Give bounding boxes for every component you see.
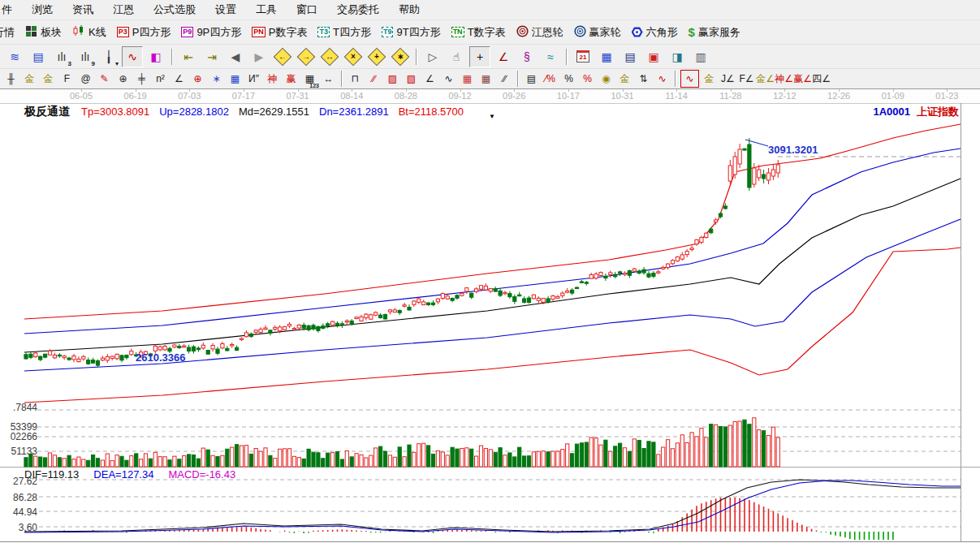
blue-grid-icon[interactable]: ▦ [227,71,244,87]
wave-tool-icon[interactable]: ≈ [540,46,561,67]
quickbar-gann-wheel[interactable]: 江恩轮 [516,25,563,40]
red-brush-icon[interactable]: ✎ [96,71,113,87]
chart-area[interactable]: 极反通道 Tp=3003.8091Up=2828.1802Md=2629.155… [0,103,980,543]
pan-both-icon[interactable]: ↔ [319,46,340,67]
quickbar-market-quotes[interactable]: 行情 [0,25,15,40]
blue-star-icon[interactable]: ∗ [208,71,225,87]
next-page-icon[interactable]: ▶ [248,46,270,67]
zoom-cross-icon[interactable]: + [366,46,387,67]
si-angle-icon[interactable]: 四∠ [813,71,830,87]
menu-item-帮助[interactable]: 帮助 [399,2,420,17]
calendar-icon[interactable]: 21 [572,46,594,67]
intraday-icon[interactable]: ∿ [122,46,143,67]
fibo-f-icon[interactable]: F [58,71,76,87]
quickbar-winner-service[interactable]: $赢家服务 [689,25,740,40]
pan-hand-icon[interactable]: ☝ [446,46,467,67]
gold-lines-icon[interactable]: 金 [21,71,38,87]
gold-top-icon[interactable]: 金 [616,71,633,87]
notes-icon[interactable]: ▤ [620,46,641,67]
period-9-icon[interactable]: ılı9 [75,46,96,67]
export-chart-icon[interactable]: ◨ [667,46,688,67]
crosshair-icon[interactable]: + [469,46,490,67]
menu-item-江恩[interactable]: 江恩 [113,2,134,17]
n-square-icon[interactable]: n² [152,71,169,87]
indicator-header: 极反通道 Tp=3003.8091Up=2828.1802Md=2629.155… [24,105,464,119]
ying-icon[interactable]: 赢 [283,71,300,87]
quickbar-9p-square[interactable]: P99P四方形 [181,25,241,40]
slants-icon[interactable]: ∕∕ [496,71,513,87]
updown-pen-icon[interactable]: ⇅ [635,71,652,87]
menu-item-资讯[interactable]: 资讯 [72,2,93,17]
red-grid-icon[interactable]: ▦ [459,71,476,87]
spiral-icon[interactable]: @ [77,71,94,87]
pct-icon[interactable]: % [560,71,577,87]
period-3-icon[interactable]: ılı3 [51,46,72,67]
gold-channel-icon[interactable]: 金 [40,71,57,87]
toolbar-separator [416,49,417,65]
gold-underline-icon[interactable]: 金 [701,71,718,87]
pan-left-icon[interactable]: ← [272,46,293,67]
quickbar-p-number-table[interactable]: PNP数字表 [252,25,307,40]
quote-list-icon[interactable]: ▤ [28,46,49,67]
menu-item-交易委托[interactable]: 交易委托 [337,2,379,17]
menu-item-公式选股[interactable]: 公式选股 [153,2,196,17]
prev-page-icon[interactable]: ◀ [225,46,246,67]
gate-icon[interactable]: ⊓ [347,71,364,87]
market-view-icon[interactable]: ≋ [4,46,25,67]
shen-angle-icon[interactable]: 神∠ [775,71,792,87]
box-fan2-icon[interactable]: ▧ [403,71,420,87]
quickbar-winner-wheel[interactable]: 赢家轮 [574,25,621,40]
grid-123-icon[interactable]: ▦123 [301,71,318,87]
menu-item-设置[interactable]: 设置 [215,2,236,17]
menu-item-件[interactable]: 件 [2,2,12,17]
shen-icon[interactable]: 神 [264,71,281,87]
scale-list-icon[interactable]: ▤ [523,71,540,87]
quickbar-t-square[interactable]: T3T四方形 [317,25,370,40]
first-page-icon[interactable]: ⇤ [178,46,199,67]
dark-grid-icon[interactable]: ▦ [477,71,494,87]
red-wave-icon[interactable]: ∿ [654,71,671,87]
red-fan-icon[interactable]: ∕∕ [365,71,382,87]
quickbar-kline[interactable]: K线 [72,24,106,40]
ruler-icon[interactable]: ╪ [133,71,150,87]
box-fan-icon[interactable]: ▨ [384,71,401,87]
ying-angle-icon[interactable]: 赢∠ [794,71,811,87]
save-icon[interactable]: ▣ [643,46,664,67]
angle-set-icon[interactable]: ∠ [421,71,438,87]
menu-item-窗口[interactable]: 窗口 [296,2,317,17]
menu-item-浏览[interactable]: 浏览 [32,2,53,17]
wave-box-icon[interactable]: ∿ [680,70,699,88]
red-target-icon[interactable]: ⊕ [189,71,206,87]
gann-tool-icon[interactable]: § [516,46,537,67]
pct-slash-icon[interactable]: ⁄% [542,71,559,87]
angle-tool-icon[interactable]: ∠ [493,46,514,67]
kline-style-icon[interactable]: ╽▾ [98,46,119,67]
angle-mirror-icon[interactable]: ∠ [171,71,188,87]
gold-angle-icon[interactable]: 金∠ [757,71,774,87]
collapse-arrow-icon[interactable]: ▼ [489,113,495,120]
print-icon[interactable]: ▥ [690,46,711,67]
last-page-icon[interactable]: ⇥ [201,46,222,67]
menu-item-工具[interactable]: 工具 [256,2,277,17]
zoom-all-icon[interactable]: ∗ [390,46,411,67]
volume-profile-icon[interactable]: ◧ [145,46,166,67]
quickbar-p-square[interactable]: P3P四方形 [117,25,171,40]
gold-circle-icon[interactable]: ◉ [598,71,615,87]
parallel-lines-icon[interactable]: ╫ [2,71,19,87]
pan-right-icon[interactable]: → [296,46,317,67]
zigzag-icon[interactable]: ∿ [440,71,457,87]
span-arrows-icon[interactable]: ↔ [320,71,337,87]
zoom-diag-icon[interactable]: × [343,46,364,67]
k-pair-icon[interactable]: И″ [245,71,262,87]
cursor-icon[interactable]: ▷ [422,46,443,67]
quickbar-9t-square[interactable]: T99T四方形 [382,25,441,40]
j-angle-icon[interactable]: J∠ [719,71,736,87]
quickbar-hexagon[interactable]: 六角形 [632,25,678,40]
quickbar-t-number-table[interactable]: TNT数字表 [451,25,506,40]
pct-line-icon[interactable]: % [579,71,596,87]
f-angle-icon[interactable]: F∠ [738,71,755,87]
cycle-circle-icon[interactable]: ⊕ [114,71,132,87]
calculator-icon[interactable]: ▦ [596,46,617,67]
date-label: 07-31 [280,91,316,101]
quickbar-sectors[interactable]: 板块 [25,25,62,40]
